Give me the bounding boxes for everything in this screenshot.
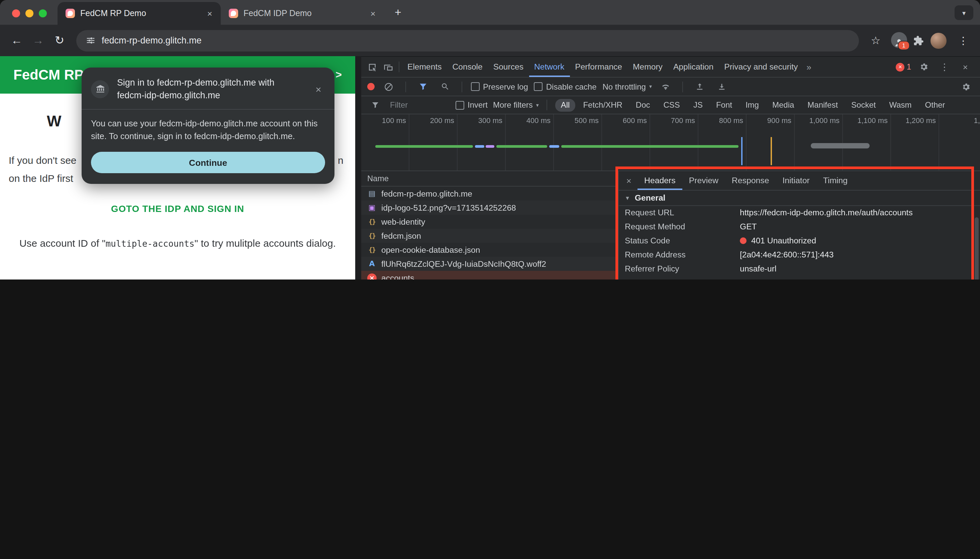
tab-fedcm-rp-demo[interactable]: FedCM RP Demo × [58,2,221,25]
search-icon[interactable] [437,79,453,94]
details-tab-response[interactable]: Response [725,171,776,190]
minimize-window-button[interactable] [25,9,33,17]
devtools-tab-application[interactable]: Application [668,57,719,77]
tab-fedcm-idp-demo[interactable]: FedCM IDP Demo × [221,2,384,25]
request-row-web-identity[interactable]: {}web-identity [361,215,618,229]
timeline-tick: 500 ms [554,114,602,170]
network-filter-bar: Invert More filters▾ AllFetch/XHRDocCSSJ… [361,96,980,114]
filter-chip-media[interactable]: Media [767,99,800,111]
import-har-icon[interactable] [692,79,708,94]
header-value: [2a04:4e42:600::571]:443 [740,250,964,261]
profile-sync-button[interactable]: 1 [891,32,908,49]
request-row-fedcm-json[interactable]: {}fedcm.json [361,229,618,243]
content-area: FedCM RP Demo < > W If you don't see n o… [0,56,980,280]
filter-chip-manifest[interactable]: Manifest [802,99,843,111]
section-general[interactable]: ▼General [619,190,980,206]
details-tab-timing[interactable]: Timing [816,171,854,190]
url-text[interactable]: fedcm-rp-demo.glitch.me [102,35,202,45]
scrollbar-thumb[interactable] [975,217,979,280]
filter-chip-wasm[interactable]: Wasm [884,99,917,111]
header-value: https://fedcm-idp-demo.glitch.me/auth/ac… [740,207,964,219]
reload-button[interactable]: ↻ [50,30,70,50]
close-details-icon[interactable]: × [620,172,637,189]
throttling-value: No throttling [603,82,646,91]
preserve-log-checkbox[interactable]: Preserve log [471,82,528,91]
inspect-element-icon[interactable] [364,59,380,75]
details-tab-preview[interactable]: Preview [682,171,725,190]
filter-chip-img[interactable]: Img [740,99,764,111]
back-button[interactable]: ← [7,30,27,50]
request-row-fluhrq6tzzclqej-vdg-iuiadsncihq8tq-woff2[interactable]: AflUhRq6tzZclQEJ-Vdg-IuiaDsNcIhQ8tQ.woff… [361,257,618,271]
goto-idp-link[interactable]: GOTO THE IDP AND SIGN IN [0,203,355,214]
devtools-tab-console[interactable]: Console [447,57,488,77]
continue-button[interactable]: Continue [91,152,325,173]
timeline-tick: 200 ms [409,114,458,170]
request-row-idp-logo-512-png-v-1713514252268[interactable]: ▣idp-logo-512.png?v=1713514252268 [361,200,618,215]
fullscreen-window-button[interactable] [39,9,47,17]
header-value: unsafe-url [740,263,964,275]
details-tab-headers[interactable]: Headers [637,171,682,190]
devtools-close-icon[interactable]: × [957,59,973,75]
waterfall-bar [375,145,473,148]
page-heading: W [47,112,61,131]
fedcm-close-icon[interactable]: × [312,82,325,96]
error-icon: × [896,63,905,71]
filter-toggle-icon[interactable] [415,79,431,94]
request-row-accounts[interactable]: ×accounts [361,271,618,280]
filter-chip-font[interactable]: Font [711,99,738,111]
close-window-button[interactable] [12,9,20,17]
devtools-splitter[interactable] [355,56,361,280]
profile-avatar[interactable] [930,32,947,48]
request-row-fedcm-rp-demo-glitch-me[interactable]: ▤fedcm-rp-demo.glitch.me [361,187,618,200]
invert-checkbox[interactable]: Invert [455,100,488,110]
filter-input[interactable] [389,100,450,110]
macos-window-controls [0,9,58,17]
filter-chip-all[interactable]: All [556,99,575,111]
tab-close-icon[interactable]: × [204,8,215,19]
details-tab-initiator[interactable]: Initiator [776,171,816,190]
throttling-dropdown[interactable]: No throttling▾ [603,82,652,91]
tab-close-icon[interactable]: × [367,8,379,19]
filter-chip-fetch-xhr[interactable]: Fetch/XHR [578,99,627,111]
filter-chip-js[interactable]: JS [688,99,708,111]
network-conditions-icon[interactable] [658,79,674,94]
request-list-panel: Name ▤fedcm-rp-demo.glitch.me▣idp-logo-5… [361,171,619,280]
filter-chip-socket[interactable]: Socket [846,99,881,111]
console-error-badge[interactable]: × 1 [896,62,911,71]
devtools-tab-performance[interactable]: Performance [569,57,627,77]
devtools-tab-privacy-and-security[interactable]: Privacy and security [719,57,803,77]
extensions-puzzle-icon[interactable] [913,35,924,46]
request-name: flUhRq6tzZclQEJ-Vdg-IuiaDsNcIhQ8tQ.woff2 [381,259,546,268]
devtools-tab-network[interactable]: Network [529,57,569,77]
disable-cache-checkbox[interactable]: Disable cache [534,82,597,91]
site-settings-icon[interactable] [86,35,96,45]
more-panels-icon[interactable]: » [803,62,814,72]
tab-search-button[interactable]: ▾ [955,5,973,20]
filter-chip-css[interactable]: CSS [658,99,685,111]
devtools-tab-memory[interactable]: Memory [627,57,668,77]
devtools-tab-sources[interactable]: Sources [488,57,529,77]
address-bar[interactable]: fedcm-rp-demo.glitch.me [76,30,859,51]
export-har-icon[interactable] [714,79,730,94]
record-network-log-button[interactable] [367,83,375,90]
devtools-menu-icon[interactable]: ⋮ [937,59,953,75]
name-column-header[interactable]: Name [361,171,618,187]
devtools-settings-gear-icon[interactable] [916,59,932,75]
network-settings-gear-icon[interactable] [958,79,974,94]
devtools-tabbar: ElementsConsoleSourcesNetworkPerformance… [361,57,980,78]
network-overview-timeline[interactable]: 100 ms200 ms300 ms400 ms500 ms600 ms700 … [361,114,980,171]
new-tab-button[interactable]: + [389,4,407,21]
browser-menu-icon[interactable]: ⋮ [953,30,973,50]
clear-network-log-icon[interactable] [381,79,397,94]
more-filters-dropdown[interactable]: More filters▾ [493,100,539,110]
filter-chip-doc[interactable]: Doc [631,99,656,111]
filter-chip-other[interactable]: Other [920,99,950,111]
forward-button[interactable]: → [28,30,48,50]
device-toolbar-icon[interactable] [380,59,396,75]
request-row-open-cookie-database-json[interactable]: {}open-cookie-database.json [361,243,618,257]
bookmark-star-icon[interactable]: ☆ [866,30,886,50]
checkbox [471,82,480,91]
devtools-tab-elements[interactable]: Elements [402,57,447,77]
invert-label: Invert [468,100,488,110]
header-value: GET [740,221,964,233]
